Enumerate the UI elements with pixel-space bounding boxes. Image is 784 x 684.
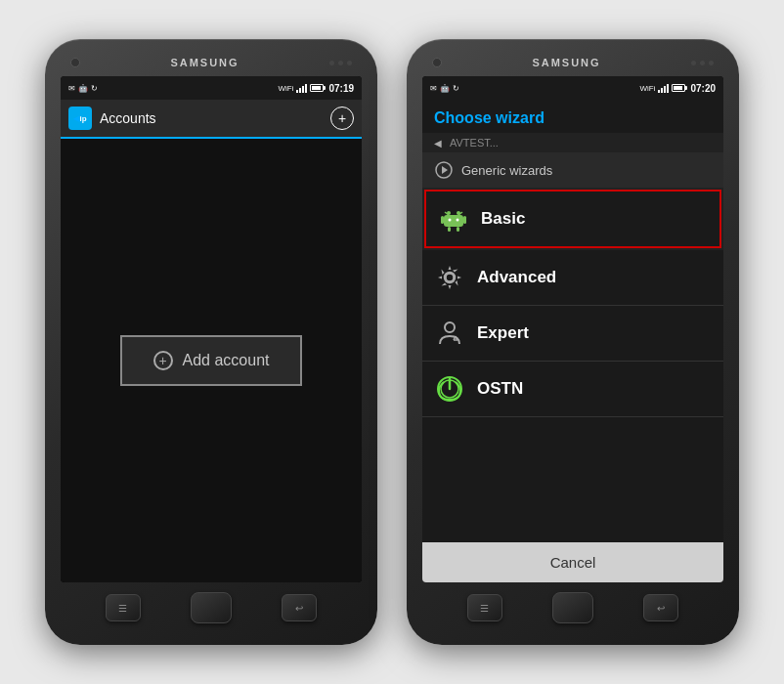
phone-1-bottom: ☰ ↩	[61, 582, 362, 627]
menu-button-1[interactable]: ☰	[106, 594, 141, 621]
back-hw-button-1[interactable]: ↩	[282, 594, 317, 621]
brand-label-2: SAMSUNG	[532, 57, 600, 68]
status-time-2: 07:20	[690, 83, 716, 94]
phone-1-screen: ✉ 🤖 ↻ WiFi 07:19	[61, 76, 362, 582]
cancel-label: Cancel	[550, 554, 596, 571]
cancel-button[interactable]: Cancel	[422, 542, 723, 582]
status-bar-1: ✉ 🤖 ↻ WiFi 07:19	[61, 76, 362, 100]
generic-wizards-header: Generic wizards	[422, 152, 723, 188]
battery-icon-2	[672, 84, 687, 92]
svg-rect-4	[444, 215, 463, 227]
accounts-screen: + Add account	[61, 139, 362, 582]
android-status-icon: 🤖	[78, 84, 88, 93]
phone-1-top: SAMSUNG	[61, 57, 362, 68]
app-bar-1: ◀ ip Accounts +	[61, 100, 362, 139]
svg-marker-1	[442, 166, 448, 174]
home-button-1[interactable]	[191, 592, 232, 623]
add-account-label: Add account	[183, 352, 270, 369]
left-status-icons: ✉ 🤖 ↻	[68, 84, 98, 93]
wizard-screen-content: Choose wizard ◀ AVTEST... Generic wizard…	[422, 100, 723, 582]
add-button[interactable]: +	[330, 107, 354, 130]
android-status-icon-2: 🤖	[440, 84, 450, 93]
back-button-1[interactable]: ◀ ip	[68, 107, 92, 130]
sync-icon-2: ↻	[453, 84, 459, 93]
brand-label: SAMSUNG	[170, 57, 239, 68]
content-spacer	[422, 417, 723, 542]
wizard-ostn-label: OSTN	[477, 379, 523, 399]
wifi-icon-2: WiFi	[639, 84, 655, 93]
expert-icon	[434, 318, 465, 349]
phone-2-bottom: ☰ ↩	[422, 582, 723, 627]
plus-circle-icon: +	[153, 351, 173, 370]
wizard-basic-label: Basic	[481, 209, 525, 229]
right-status-icons-2: WiFi 07:20	[639, 83, 716, 94]
phone-2-screen: ✉ 🤖 ↻ WiFi 07:20	[422, 76, 723, 582]
wizard-item-advanced[interactable]: Advanced	[422, 250, 723, 306]
right-status-icons: WiFi 07:19	[278, 83, 354, 94]
wizard-item-expert[interactable]: Expert	[422, 306, 723, 362]
wizard-item-basic[interactable]: Basic	[424, 190, 721, 248]
wizard-expert-label: Expert	[477, 323, 529, 343]
svg-point-11	[449, 219, 452, 222]
section-label: Generic wizards	[461, 163, 552, 178]
section-arrow-icon	[434, 160, 454, 180]
svg-rect-6	[463, 216, 466, 224]
front-camera-2	[432, 58, 442, 67]
svg-point-14	[446, 274, 454, 281]
home-button-2[interactable]	[552, 592, 593, 623]
wizard-title: Choose wizard	[422, 100, 723, 133]
front-camera	[70, 58, 80, 67]
scroll-partial-item: ◀ AVTEST...	[422, 133, 723, 152]
menu-button-2[interactable]: ☰	[467, 594, 502, 621]
sync-icon: ↻	[91, 84, 98, 93]
email-icon: ✉	[68, 84, 75, 93]
app-title-1: Accounts	[100, 110, 330, 126]
battery-icon	[310, 84, 326, 92]
speaker-dots	[329, 61, 352, 65]
gear-icon	[434, 262, 465, 293]
signal-bars	[296, 83, 307, 93]
add-account-button[interactable]: + Add account	[120, 335, 303, 386]
status-bar-2: ✉ 🤖 ↻ WiFi 07:20	[422, 76, 723, 100]
svg-rect-5	[441, 216, 444, 224]
power-icon	[434, 373, 465, 405]
wifi-icon: WiFi	[278, 84, 293, 93]
signal-bars-2	[658, 83, 669, 93]
back-hw-button-2[interactable]: ↩	[643, 594, 678, 621]
phone-2: SAMSUNG ✉ 🤖 ↻ WiFi	[407, 39, 739, 645]
wizard-advanced-label: Advanced	[477, 268, 556, 287]
svg-rect-7	[448, 227, 451, 232]
android-icon	[438, 203, 469, 235]
svg-point-12	[457, 219, 459, 222]
svg-point-15	[445, 322, 455, 332]
left-status-icons-2: ✉ 🤖 ↻	[430, 84, 459, 93]
wizard-item-ostn[interactable]: OSTN	[422, 362, 723, 417]
phone-1: SAMSUNG ✉ 🤖 ↻ WiFi	[45, 39, 377, 645]
phone-2-top: SAMSUNG	[422, 57, 723, 68]
status-time-1: 07:19	[328, 83, 354, 94]
speaker-dots-2	[691, 61, 714, 65]
email-icon-2: ✉	[430, 84, 437, 93]
svg-rect-8	[457, 227, 459, 232]
